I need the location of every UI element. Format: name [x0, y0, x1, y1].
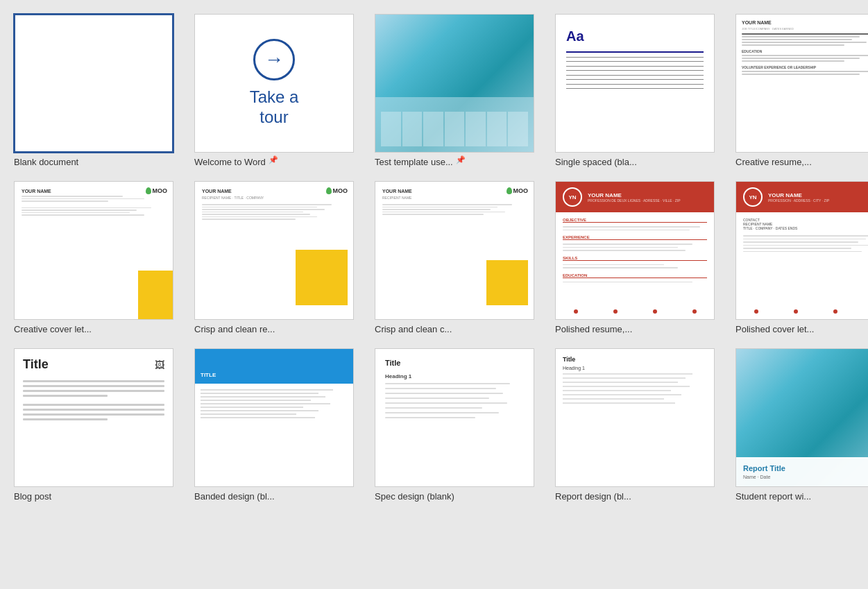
template-thumb-lined[interactable]: Aa: [555, 14, 715, 153]
template-label: Creative cover let...: [14, 324, 92, 334]
template-photo-calendar[interactable]: Test template use... 📌: [375, 14, 534, 167]
template-label: Polished resume,...: [555, 324, 632, 334]
template-polished-resume[interactable]: YN YOUR NAME PROFESSION DE DEUX LIGNES ·…: [555, 181, 715, 334]
template-label-row: Report design (bl...: [555, 487, 715, 502]
template-thumb-polished-cover[interactable]: YN YOUR NAME PROFESSION · ADDRESS · CITY…: [735, 181, 868, 320]
template-label: Blank document: [14, 157, 78, 167]
template-thumb-moo-cover[interactable]: MOO YOUR NAME: [14, 181, 173, 320]
template-label: Crisp and clean re...: [194, 324, 275, 334]
template-blog-post[interactable]: Title 🖼 Blog post: [14, 348, 173, 502]
tour-text: Take atour: [250, 87, 299, 128]
template-label: Banded design (bl...: [194, 491, 275, 502]
spec-preview: Title Heading 1: [375, 349, 534, 486]
template-thumb-tour[interactable]: → Take atour: [194, 14, 354, 153]
template-student-report[interactable]: Report Title Name · Date Student report …: [735, 348, 868, 502]
polished-yn: YN: [563, 187, 582, 207]
template-thumb-report[interactable]: Title Heading 1: [555, 348, 715, 487]
template-label: Polished cover let...: [735, 324, 814, 334]
polished-preview: YN YOUR NAME PROFESSION DE DEUX LIGNES ·…: [556, 182, 714, 319]
template-blank[interactable]: Blank document: [14, 14, 173, 167]
template-label-row: Spec design (blank): [375, 487, 534, 502]
template-label-row: Single spaced (bla...: [555, 153, 715, 167]
template-label: Spec design (blank): [375, 491, 454, 502]
blog-title-text: Title: [23, 357, 49, 372]
tour-preview: → Take atour: [195, 15, 353, 152]
template-creative-resume[interactable]: YOUR NAME JOB TITLE/COMPANY · DATES EARN…: [735, 14, 868, 167]
template-label-row: Welcome to Word 📌: [194, 153, 354, 167]
moo-logo: MOO: [146, 187, 168, 194]
template-label-row: Blog post: [14, 487, 173, 502]
template-label: Single spaced (bla...: [555, 157, 637, 167]
crisp-resume-preview: MOO YOUR NAME RECIPIENT NAME · TITLE · C…: [195, 182, 353, 319]
template-thumb-blank[interactable]: [14, 14, 173, 153]
photo-preview: [375, 15, 534, 152]
template-label-row: Creative cover let...: [14, 320, 173, 334]
moo-logo: MOO: [507, 187, 529, 194]
lined-aa: Aa: [566, 28, 704, 44]
template-label-row: Creative resume,...: [735, 153, 868, 167]
moo-logo: MOO: [326, 187, 348, 194]
template-thumb-blog[interactable]: Title 🖼: [14, 348, 173, 487]
template-crisp-resume[interactable]: MOO YOUR NAME RECIPIENT NAME · TITLE · C…: [194, 181, 354, 334]
student-report-title: Report Title: [743, 464, 868, 472]
tour-arrow-icon: →: [253, 39, 295, 80]
template-thumb-crisp-resume[interactable]: MOO YOUR NAME RECIPIENT NAME · TITLE · C…: [194, 181, 354, 320]
template-label-row: Test template use... 📌: [375, 153, 534, 167]
blog-image-icon: 🖼: [155, 359, 164, 370]
report-preview: Title Heading 1: [556, 349, 714, 486]
template-thumb-banded[interactable]: TITLE: [194, 348, 354, 487]
template-thumb-photo[interactable]: [375, 14, 534, 153]
template-label-row: Student report wi...: [735, 487, 868, 502]
template-thumb-polished[interactable]: YN YOUR NAME PROFESSION DE DEUX LIGNES ·…: [555, 181, 715, 320]
template-spec-design[interactable]: Title Heading 1 Spec design (blank): [375, 348, 534, 502]
polished-header: YN YOUR NAME PROFESSION DE DEUX LIGNES ·…: [556, 182, 714, 212]
template-label: Welcome to Word: [194, 157, 266, 167]
student-preview: Report Title Name · Date: [736, 349, 868, 486]
template-single-spaced[interactable]: Aa Single spaced (bla...: [555, 14, 715, 167]
template-label: Test template use...: [375, 157, 453, 167]
template-label: Student report wi...: [735, 491, 811, 502]
moo-cover-preview: MOO YOUR NAME: [15, 182, 173, 319]
polished-cover-preview: YN YOUR NAME PROFESSION · ADDRESS · CITY…: [736, 182, 868, 319]
template-thumb-spec[interactable]: Title Heading 1: [375, 348, 534, 487]
blank-preview: [15, 15, 172, 151]
lined-preview: Aa: [556, 15, 714, 152]
template-label: Report design (bl...: [555, 491, 631, 502]
template-report-design[interactable]: Title Heading 1 Report design (bl...: [555, 348, 715, 502]
blog-preview: Title 🖼: [15, 349, 173, 486]
spec-title: Title: [385, 359, 524, 367]
creative-resume-preview: YOUR NAME JOB TITLE/COMPANY · DATES EARN…: [736, 15, 868, 152]
template-banded-design[interactable]: TITLE Banded design (bl...: [194, 348, 354, 502]
crisp-cover-preview: MOO YOUR NAME RECIPIENT NAME: [375, 182, 534, 319]
template-crisp-cover[interactable]: MOO YOUR NAME RECIPIENT NAME Crisp and c…: [375, 181, 534, 334]
polished-cover-yn: YN: [743, 187, 763, 207]
template-label-row: Crisp and clean re...: [194, 320, 354, 334]
report-heading: Heading 1: [563, 366, 707, 370]
template-tour[interactable]: → Take atour Welcome to Word 📌: [194, 14, 354, 167]
template-label-row: Polished resume,...: [555, 320, 715, 334]
banded-preview: TITLE: [195, 349, 353, 486]
pin-icon: 📌: [269, 155, 278, 164]
template-creative-cover[interactable]: MOO YOUR NAME: [14, 181, 173, 334]
polished-cover-header: YN YOUR NAME PROFESSION · ADDRESS · CITY…: [736, 182, 868, 212]
template-label: Creative resume,...: [735, 157, 812, 167]
spec-heading: Heading 1: [385, 373, 524, 379]
template-grid: Blank document → Take atour Welcome to W…: [14, 14, 854, 502]
template-label-row: Crisp and clean c...: [375, 320, 534, 334]
template-label: Crisp and clean c...: [375, 324, 452, 334]
report-title-text: Title: [563, 356, 707, 363]
photo-grid: [381, 112, 528, 146]
pin-icon: 📌: [456, 155, 466, 164]
template-thumb-crisp-cover[interactable]: MOO YOUR NAME RECIPIENT NAME: [375, 181, 534, 320]
template-thumb-creative-resume[interactable]: YOUR NAME JOB TITLE/COMPANY · DATES EARN…: [735, 14, 868, 153]
template-polished-cover[interactable]: YN YOUR NAME PROFESSION · ADDRESS · CITY…: [735, 181, 868, 334]
template-label-row: Banded design (bl...: [194, 487, 354, 502]
template-label: Blog post: [14, 491, 51, 502]
template-thumb-student[interactable]: Report Title Name · Date: [735, 348, 868, 487]
template-label-row: Polished cover let...: [735, 320, 868, 334]
banded-title: TITLE: [201, 372, 348, 378]
template-label-row: Blank document: [14, 153, 173, 167]
